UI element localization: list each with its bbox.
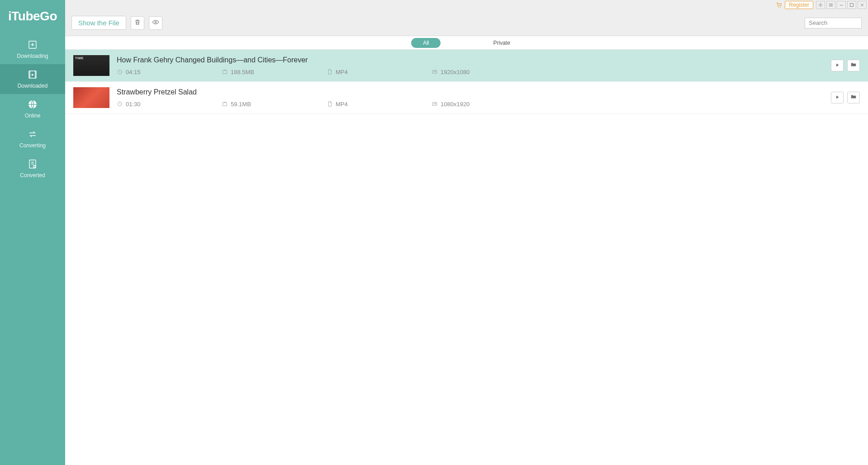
filter-tabs: All Private [65,36,868,50]
svg-rect-11 [223,70,227,74]
convert-icon [27,129,38,140]
sidebar-item-downloaded[interactable]: Downloaded [0,64,65,94]
file-icon [327,101,333,107]
folder-icon [850,94,857,102]
settings-button[interactable] [816,1,825,9]
clock-icon [117,101,123,107]
file-thumbnail [73,55,109,76]
svg-rect-14 [223,103,227,106]
register-button[interactable]: Register [785,1,813,9]
svg-rect-8 [850,4,854,7]
file-row[interactable]: Strawberry Pretzel Salad 01:30 59.1MB [65,82,868,114]
sidebar-item-converted[interactable]: Converted [0,154,65,183]
clock-icon [117,69,123,75]
folder-icon [850,61,857,70]
sidebar-item-label: Downloaded [18,83,48,89]
file-size: 188.5MB [231,69,254,75]
file-duration: 01:30 [126,101,141,108]
file-format: MP4 [336,101,348,108]
file-thumbnail [73,87,109,108]
app-logo: iTubeGo [0,0,65,34]
tab-private[interactable]: Private [481,38,522,48]
trash-icon [134,19,141,28]
size-icon [222,101,228,107]
file-format: MP4 [336,69,348,75]
sidebar-item-label: Converting [19,142,46,149]
delete-button[interactable] [131,16,144,30]
sidebar-item-label: Downloading [17,53,48,59]
maximize-button[interactable] [847,1,856,9]
file-resolution: 1080x1920 [441,101,470,108]
file-size: 59.1MB [231,101,251,108]
download-icon [27,39,38,50]
preview-button[interactable] [149,16,162,30]
file-icon [327,69,333,75]
sidebar-item-label: Online [25,113,41,119]
search-input[interactable] [805,18,862,28]
svg-point-5 [778,7,779,8]
toolbar: Show the File [65,10,868,36]
eye-icon [152,19,159,28]
sidebar: iTubeGo Downloading Downloaded Online Co… [0,0,65,465]
globe-icon [27,99,38,110]
file-duration: 04:15 [126,69,141,75]
svg-point-4 [33,165,35,167]
file-title: Strawberry Pretzel Salad [117,88,824,96]
svg-point-7 [820,5,821,6]
converted-file-icon [27,159,38,169]
video-file-icon [27,69,38,80]
svg-point-6 [780,7,781,8]
menu-button[interactable] [826,1,835,9]
open-folder-button[interactable] [847,60,860,71]
sidebar-item-converting[interactable]: Converting [0,124,65,154]
size-icon [222,69,228,75]
play-icon [835,61,840,70]
sidebar-item-downloading[interactable]: Downloading [0,34,65,64]
file-list: How Frank Gehry Changed Buildings—and Ci… [65,50,868,465]
sidebar-item-online[interactable]: Online [0,94,65,124]
play-button[interactable] [831,92,844,103]
main-area: Register Show the File [65,0,868,465]
tab-all[interactable]: All [411,38,441,48]
minimize-button[interactable] [837,1,846,9]
window-titlebar: Register [65,0,868,10]
play-icon [835,94,840,102]
show-file-button[interactable]: Show the File [71,16,126,30]
file-title: How Frank Gehry Changed Buildings—and Ci… [117,56,824,64]
file-resolution: 1920x1080 [441,69,470,75]
resolution-icon [432,69,438,75]
open-folder-button[interactable] [847,92,860,103]
close-button[interactable] [858,1,867,9]
svg-point-9 [155,21,156,23]
play-button[interactable] [831,60,844,71]
resolution-icon [432,101,438,107]
cart-icon[interactable] [775,1,783,9]
sidebar-item-label: Converted [20,172,45,178]
file-row[interactable]: How Frank Gehry Changed Buildings—and Ci… [65,50,868,82]
